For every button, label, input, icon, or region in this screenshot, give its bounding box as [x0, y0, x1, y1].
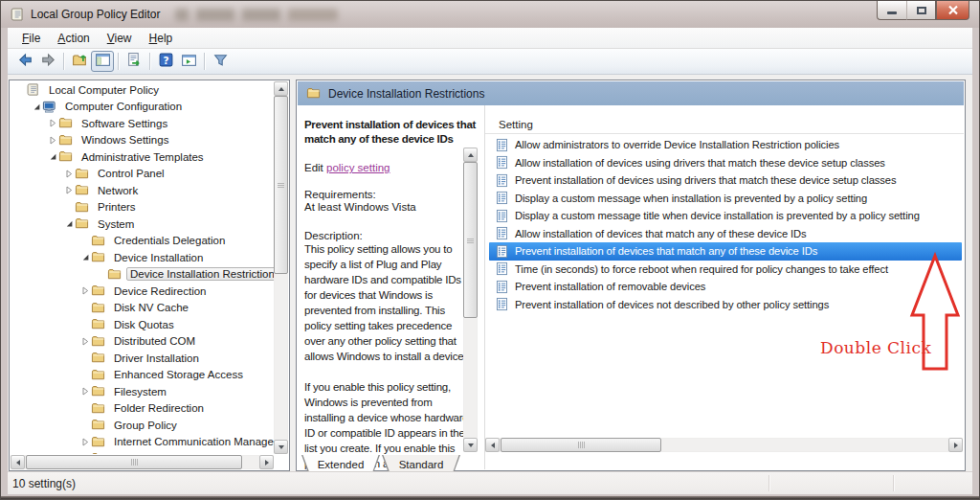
setting-label: Allow installation of devices that match… — [515, 228, 807, 239]
filter-button[interactable] — [209, 51, 232, 72]
menu-item-action[interactable]: Action — [49, 29, 98, 48]
folder-icon — [58, 116, 75, 130]
setting-row-display-a-custom-message-title-when-devi[interactable]: Display a custom message title when devi… — [489, 207, 962, 225]
tree-item-iscsi[interactable]: iSCSI — [11, 450, 274, 454]
expand-icon[interactable] — [47, 136, 58, 145]
description-scroll-down-button[interactable] — [463, 438, 478, 452]
tree-item-group-policy[interactable]: Group Policy — [11, 417, 274, 434]
list-scroll-left-button[interactable] — [485, 438, 500, 452]
setting-label: Display a custom message when installati… — [515, 193, 867, 204]
tree-item-administrative-templates[interactable]: Administrative Templates — [11, 148, 274, 166]
tree-item-driver-installation[interactable]: Driver Installation — [11, 350, 274, 367]
setting-row-allow-installation-of-devices-that-match[interactable]: Allow installation of devices that match… — [489, 225, 962, 243]
pane-header-title: Device Installation Restrictions — [328, 87, 484, 101]
menu-item-help[interactable]: Help — [141, 29, 182, 48]
setting-row-prevent-installation-of-devices-that-mat[interactable]: Prevent installation of devices that mat… — [489, 242, 962, 261]
description-scroll-up-button[interactable] — [463, 148, 478, 162]
expand-icon[interactable] — [47, 119, 58, 127]
expand-icon[interactable] — [79, 438, 91, 446]
tree-vertical-scrollbar[interactable] — [274, 81, 288, 454]
tree-item-printers[interactable]: Printers — [11, 199, 274, 216]
setting-row-time-in-seconds-to-force-reboot-when-req[interactable]: Time (in seconds) to force reboot when r… — [489, 261, 962, 279]
tree-item-enhanced-storage-access[interactable]: Enhanced Storage Access — [11, 367, 274, 384]
expand-icon[interactable] — [63, 186, 75, 194]
tree-item-folder-redirection[interactable]: Folder Redirection — [11, 400, 274, 418]
show-properties-button[interactable] — [177, 51, 200, 72]
tree-item-label: System — [94, 217, 138, 231]
setting-row-prevent-installation-of-removable-device[interactable]: Prevent installation of removable device… — [489, 278, 962, 296]
policy-setting-link[interactable]: policy setting — [326, 162, 390, 173]
folder-icon — [75, 167, 91, 181]
tree-item-windows-settings[interactable]: Windows Settings — [11, 132, 274, 149]
tree-item-disk-quotas[interactable]: Disk Quotas — [11, 316, 274, 333]
computer-icon — [42, 100, 58, 114]
tree-item-software-settings[interactable]: Software Settings — [11, 115, 274, 132]
tree-item-internet-communication-managem[interactable]: Internet Communication Managem — [11, 434, 274, 451]
redacted-blur — [175, 9, 338, 21]
menu-item-view[interactable]: View — [99, 29, 141, 48]
expand-icon[interactable] — [79, 337, 91, 346]
tree-item-control-panel[interactable]: Control Panel — [11, 166, 274, 183]
close-button[interactable] — [936, 1, 969, 20]
svg-text:?: ? — [163, 55, 168, 67]
folder-icon — [306, 86, 323, 101]
description-vertical-scrollbar-thumb[interactable] — [463, 162, 478, 318]
setting-column-header[interactable]: Setting — [485, 115, 964, 134]
setting-row-prevent-installation-of-devices-not-desc[interactable]: Prevent installation of devices not desc… — [489, 296, 962, 314]
tree-scroll-left-button[interactable] — [11, 455, 25, 469]
window-controls — [877, 1, 969, 20]
setting-row-allow-administrators-to-override-device-[interactable]: Allow administrators to override Device … — [489, 136, 962, 154]
list-horizontal-scrollbar-thumb[interactable] — [501, 438, 661, 452]
minimize-button[interactable] — [877, 1, 906, 20]
collapse-icon[interactable] — [31, 102, 42, 111]
tree-item-filesystem[interactable]: Filesystem — [11, 383, 274, 400]
tree-vertical-scrollbar-thumb[interactable] — [274, 96, 288, 274]
help-button[interactable]: ? — [154, 51, 177, 72]
forward-arrow-button[interactable] — [36, 51, 59, 72]
tree-item-distributed-com[interactable]: Distributed COM — [11, 333, 274, 351]
show-console-tree-button[interactable] — [91, 51, 114, 72]
tree-scroll-up-button[interactable] — [274, 81, 288, 96]
tree-item-network[interactable]: Network — [11, 182, 274, 199]
collapse-icon[interactable] — [79, 253, 91, 261]
tree-item-label: Administrative Templates — [78, 150, 208, 164]
collapse-icon[interactable] — [63, 219, 75, 228]
setting-row-allow-installation-of-devices-using-driv[interactable]: Allow installation of devices using driv… — [489, 154, 962, 172]
tree-horizontal-scrollbar[interactable] — [11, 455, 274, 469]
setting-label: Allow installation of devices using driv… — [515, 157, 885, 169]
setting-row-display-a-custom-message-when-installati[interactable]: Display a custom message when installati… — [489, 190, 962, 208]
settings-list-pane: Setting Allow administrators to override… — [485, 105, 964, 469]
back-arrow-button[interactable] — [13, 51, 36, 72]
tree-scroll-right-button[interactable] — [259, 455, 274, 469]
setting-icon — [495, 261, 511, 276]
tree-item-local-computer-policy[interactable]: Local Computer Policy — [11, 81, 274, 99]
tree-item-credentials-delegation[interactable]: Credentials Delegation — [11, 233, 274, 250]
tree-item-device-installation[interactable]: Device Installation — [11, 249, 274, 266]
expand-icon[interactable] — [63, 170, 75, 178]
menu-item-file[interactable]: File — [13, 29, 49, 48]
tree-horizontal-scrollbar-thumb[interactable] — [26, 455, 242, 469]
list-horizontal-scrollbar[interactable] — [485, 438, 963, 452]
setting-row-prevent-installation-of-devices-using-dr[interactable]: Prevent installation of devices using dr… — [489, 171, 962, 190]
maximize-button[interactable] — [906, 1, 936, 20]
folder-icon — [91, 334, 107, 349]
list-scroll-right-button[interactable] — [948, 438, 963, 452]
expand-icon[interactable] — [79, 286, 91, 295]
export-list-button[interactable] — [122, 51, 145, 72]
back-arrow-icon — [17, 52, 33, 71]
description-vertical-scrollbar[interactable] — [463, 148, 478, 452]
export-list-icon — [126, 52, 143, 71]
window-bottom-edge — [1, 496, 979, 499]
tree-item-device-redirection[interactable]: Device Redirection — [11, 283, 274, 300]
setting-icon — [495, 209, 511, 223]
tree-scroll-down-button[interactable] — [274, 440, 288, 454]
tree-item-disk-nv-cache[interactable]: Disk NV Cache — [11, 300, 274, 317]
tree-item-system[interactable]: System — [11, 216, 274, 233]
filter-icon — [212, 52, 229, 71]
collapse-icon[interactable] — [47, 152, 58, 161]
up-one-level-button[interactable] — [68, 51, 91, 72]
tree-item-device-installation-restrictions[interactable]: Device Installation Restrictions — [11, 266, 274, 284]
pane-header-band: Device Installation Restrictions — [298, 81, 964, 105]
expand-icon[interactable] — [79, 387, 91, 396]
tree-item-computer-configuration[interactable]: Computer Configuration — [11, 99, 274, 116]
